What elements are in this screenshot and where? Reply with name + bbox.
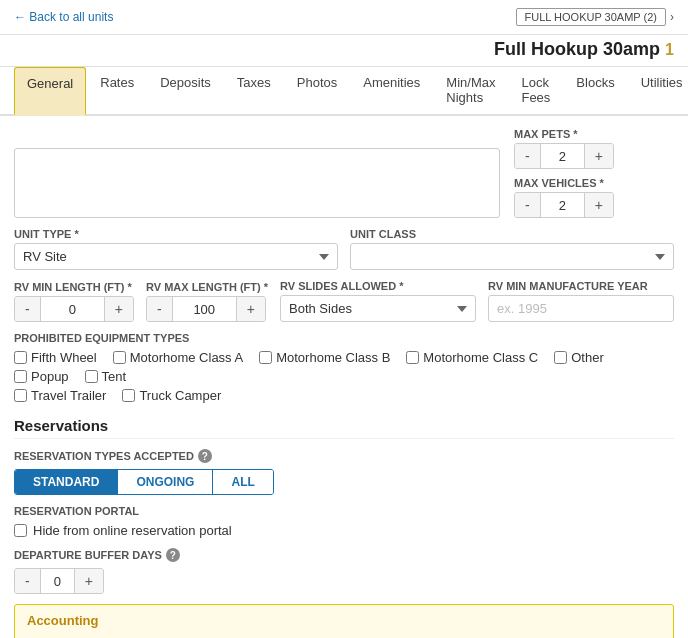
rv-min-year-input[interactable] (488, 295, 674, 322)
departure-buffer-increment[interactable]: + (74, 569, 103, 593)
prohibited-label: PROHIBITED EQUIPMENT TYPES (14, 332, 674, 344)
tab-lock-fees[interactable]: Lock Fees (509, 67, 562, 116)
hide-portal-checkbox[interactable] (14, 524, 27, 537)
tab-amenities[interactable]: Amenities (351, 67, 432, 116)
unit-badge[interactable]: FULL HOOKUP 30AMP (2) (516, 8, 666, 26)
checkbox-motorhome-b-input[interactable] (259, 351, 272, 364)
tab-utilities[interactable]: Utilities (629, 67, 688, 116)
tab-rates[interactable]: Rates (88, 67, 146, 116)
hide-portal-label[interactable]: Hide from online reservation portal (33, 523, 232, 538)
rv-slides-field: RV SLIDES ALLOWED * Both Sides None One … (280, 280, 476, 322)
unit-title-text: Full Hookup 30amp (494, 39, 660, 59)
hide-portal-row: Hide from online reservation portal (14, 523, 674, 538)
prohibited-section: PROHIBITED EQUIPMENT TYPES Fifth Wheel M… (14, 332, 674, 403)
tab-min-max-nights[interactable]: Min/Max Nights (434, 67, 507, 116)
checkbox-other-label: Other (571, 350, 604, 365)
unit-type-field: UNIT TYPE * RV Site (14, 228, 338, 270)
checkbox-motorhome-c-input[interactable] (406, 351, 419, 364)
checkbox-motorhome-a[interactable]: Motorhome Class A (113, 350, 243, 365)
tab-general[interactable]: General (14, 67, 86, 116)
max-vehicles-decrement[interactable]: - (515, 193, 541, 217)
checkbox-popup-input[interactable] (14, 370, 27, 383)
departure-buffer-value: 0 (41, 570, 74, 593)
max-pets-field: MAX PETS * - 2 + (514, 128, 674, 169)
reservation-types-label: RESERVATION TYPES ACCEPTED ? (14, 449, 674, 463)
accounting-heading: Accounting (27, 613, 661, 628)
rv-max-length-value: 100 (173, 298, 236, 321)
max-pets-label: MAX PETS * (514, 128, 674, 140)
back-link[interactable]: ← Back to all units (14, 10, 113, 24)
toggle-standard[interactable]: STANDARD (15, 470, 117, 494)
rv-min-length-decrement[interactable]: - (15, 297, 41, 321)
accounting-section: Accounting FINANCIAL ACCOUNT 4000 - RV I… (14, 604, 674, 638)
checkbox-fifth-wheel[interactable]: Fifth Wheel (14, 350, 97, 365)
unit-type-label: UNIT TYPE * (14, 228, 338, 240)
checkbox-motorhome-c[interactable]: Motorhome Class C (406, 350, 538, 365)
rv-min-length-value: 0 (41, 298, 104, 321)
checkbox-travel-trailer-label: Travel Trailer (31, 388, 106, 403)
content-area: MAX PETS * - 2 + MAX VEHICLES * - 2 + (0, 116, 688, 638)
max-vehicles-increment[interactable]: + (584, 193, 613, 217)
back-link-label: ← Back to all units (14, 10, 113, 24)
max-pets-increment[interactable]: + (584, 144, 613, 168)
checkbox-truck-camper-input[interactable] (122, 389, 135, 402)
checkbox-tent-input[interactable] (85, 370, 98, 383)
rv-min-length-increment[interactable]: + (104, 297, 133, 321)
checkbox-travel-trailer-input[interactable] (14, 389, 27, 402)
reservation-type-toggle: STANDARD ONGOING ALL (14, 469, 274, 495)
max-pets-decrement[interactable]: - (515, 144, 541, 168)
checkbox-other[interactable]: Other (554, 350, 604, 365)
max-vehicles-field: MAX VEHICLES * - 2 + (514, 177, 674, 218)
checkbox-motorhome-a-input[interactable] (113, 351, 126, 364)
checkbox-truck-camper[interactable]: Truck Camper (122, 388, 221, 403)
tab-deposits[interactable]: Deposits (148, 67, 223, 116)
toggle-ongoing[interactable]: ONGOING (117, 470, 212, 494)
tab-taxes[interactable]: Taxes (225, 67, 283, 116)
checkbox-other-input[interactable] (554, 351, 567, 364)
departure-buffer-label: DEPARTURE BUFFER DAYS ? (14, 548, 674, 562)
rv-slides-select[interactable]: Both Sides None One Side (280, 295, 476, 322)
unit-type-class-row: UNIT TYPE * RV Site UNIT CLASS (14, 228, 674, 270)
tab-photos[interactable]: Photos (285, 67, 349, 116)
unit-type-select[interactable]: RV Site (14, 243, 338, 270)
departure-buffer-decrement[interactable]: - (15, 569, 41, 593)
top-nav: ← Back to all units FULL HOOKUP 30AMP (2… (0, 0, 688, 35)
rv-max-length-decrement[interactable]: - (147, 297, 173, 321)
top-form-row: MAX PETS * - 2 + MAX VEHICLES * - 2 + (14, 128, 674, 218)
rv-min-length-stepper: - 0 + (14, 296, 134, 322)
rv-min-length-label: RV MIN LENGTH (FT) * (14, 281, 134, 293)
tab-blocks[interactable]: Blocks (564, 67, 626, 116)
rv-slides-label: RV SLIDES ALLOWED * (280, 280, 476, 292)
rv-max-length-label: RV MAX LENGTH (FT) * (146, 281, 268, 293)
departure-buffer-help-icon[interactable]: ? (166, 548, 180, 562)
description-textarea[interactable] (14, 148, 500, 218)
checkbox-tent[interactable]: Tent (85, 369, 127, 384)
unit-class-select[interactable] (350, 243, 674, 270)
tabs-row: General Rates Deposits Taxes Photos Amen… (0, 67, 688, 116)
max-fields: MAX PETS * - 2 + MAX VEHICLES * - 2 + (514, 128, 674, 218)
page-title-row: Full Hookup 30amp 1 (0, 35, 688, 67)
checkbox-popup[interactable]: Popup (14, 369, 69, 384)
reservation-types-label-text: RESERVATION TYPES ACCEPTED (14, 450, 194, 462)
page-title: Full Hookup 30amp 1 (494, 39, 674, 59)
reservation-types-help-icon[interactable]: ? (198, 449, 212, 463)
reservation-portal-label: RESERVATION PORTAL (14, 505, 674, 517)
breadcrumb-right: FULL HOOKUP 30AMP (2) › (516, 8, 674, 26)
checkbox-motorhome-a-label: Motorhome Class A (130, 350, 243, 365)
checkbox-fifth-wheel-input[interactable] (14, 351, 27, 364)
toggle-all[interactable]: ALL (212, 470, 272, 494)
max-vehicles-value: 2 (541, 194, 584, 217)
rv-max-length-increment[interactable]: + (236, 297, 265, 321)
rv-max-length-stepper: - 100 + (146, 296, 266, 322)
unit-class-field: UNIT CLASS (350, 228, 674, 270)
checkbox-travel-trailer[interactable]: Travel Trailer (14, 388, 106, 403)
rv-min-year-label: RV MIN MANUFACTURE YEAR (488, 280, 674, 292)
checkbox-motorhome-b-label: Motorhome Class B (276, 350, 390, 365)
checkbox-motorhome-b[interactable]: Motorhome Class B (259, 350, 390, 365)
checkbox-popup-label: Popup (31, 369, 69, 384)
departure-buffer-label-text: DEPARTURE BUFFER DAYS (14, 549, 162, 561)
reservations-heading: Reservations (14, 417, 674, 439)
max-pets-value: 2 (541, 145, 584, 168)
prohibited-row-2: Travel Trailer Truck Camper (14, 388, 674, 403)
breadcrumb-arrow: › (670, 10, 674, 24)
